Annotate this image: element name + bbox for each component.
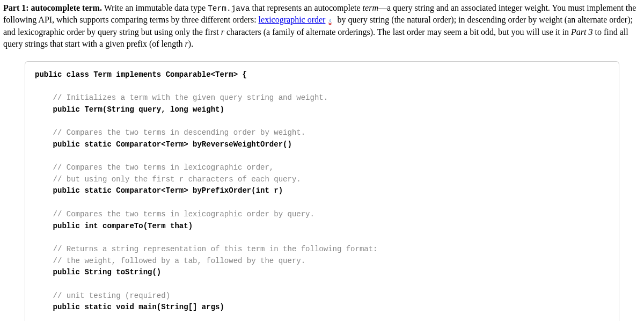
intro-text: Write an immutable data type <box>102 3 208 12</box>
code-comment: // the weight, followed by a tab, follow… <box>35 257 305 265</box>
code-signature: public static Comparator<Term> byPrefixO… <box>35 186 283 195</box>
api-code-block: public class Term implements Comparable<… <box>25 61 619 321</box>
code-signature: public int compareTo(Term that) <box>35 222 193 230</box>
code-signature: public String toString() <box>35 268 161 276</box>
intro-text: characters (a family of alternate orderi… <box>224 27 571 37</box>
code-line: public class Term implements Comparable<… <box>35 70 247 79</box>
code-comment: // Returns a string representation of th… <box>35 245 378 253</box>
code-comment: // but using only the first r characters… <box>35 175 301 184</box>
code-signature: public Term(String query, long weight) <box>35 105 224 114</box>
code-comment: // unit testing (required) <box>35 291 170 300</box>
code-comment: // Compares the two terms in lexicograph… <box>35 163 274 172</box>
code-signature: public static Comparator<Term> byReverse… <box>35 140 292 149</box>
term-italic: term <box>363 3 378 12</box>
lexicographic-order-link[interactable]: lexicographic order <box>259 15 326 24</box>
code-signature: public static void main(String[] args) <box>35 303 224 311</box>
code-comment: // Initializes a term with the given que… <box>35 93 328 102</box>
code-comment: // Compares the two terms in descending … <box>35 128 305 137</box>
term-java-code: Term.java <box>208 4 250 13</box>
intro-paragraph: Part 1: autocomplete term. Write an immu… <box>3 2 641 50</box>
intro-text: that represents an autocomplete <box>250 3 362 12</box>
part3-ref: Part 3 <box>571 27 592 37</box>
intro-text: ). <box>188 39 193 48</box>
part1-heading: Part 1: autocomplete term. <box>3 3 102 12</box>
code-comment: // Compares the two terms in lexicograph… <box>35 210 314 218</box>
java-icon <box>326 17 334 25</box>
